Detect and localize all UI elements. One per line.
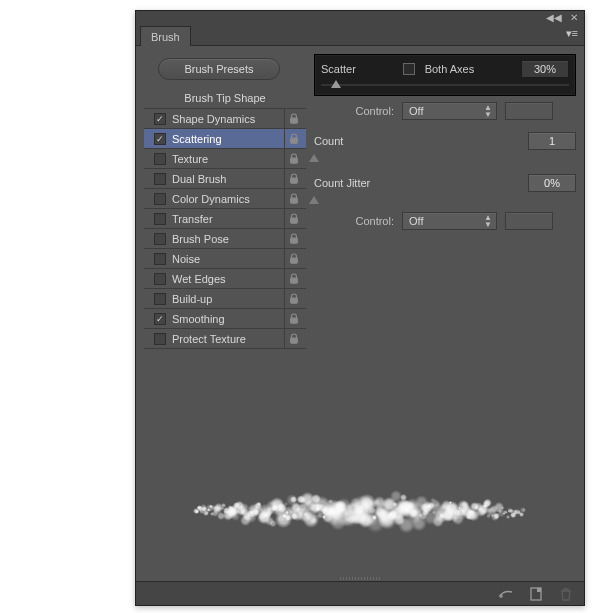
tab-brush[interactable]: Brush xyxy=(140,26,191,46)
select-arrows-icon: ▲▼ xyxy=(484,214,492,228)
count-jitter-value-input[interactable]: 0% xyxy=(528,174,576,192)
option-row-scattering[interactable]: Scattering xyxy=(144,129,306,149)
lock-icon[interactable] xyxy=(284,189,302,209)
brush-tip-shape-header[interactable]: Brush Tip Shape xyxy=(144,88,306,108)
option-row-build-up[interactable]: Build-up xyxy=(144,289,306,309)
both-axes-checkbox[interactable] xyxy=(403,63,415,75)
option-checkbox[interactable] xyxy=(154,293,166,305)
lock-icon[interactable] xyxy=(284,269,302,289)
lock-icon[interactable] xyxy=(284,109,302,129)
option-checkbox[interactable] xyxy=(154,233,166,245)
toggle-preview-icon[interactable] xyxy=(498,586,514,602)
brush-panel: ◀◀ ✕ Brush ▾≡ Brush Presets Brush Tip Sh… xyxy=(135,10,585,606)
lock-icon[interactable] xyxy=(284,309,302,329)
control-label: Control: xyxy=(314,215,394,227)
count-slider-thumb[interactable] xyxy=(309,154,319,162)
svg-rect-14 xyxy=(537,588,541,592)
lock-icon[interactable] xyxy=(284,149,302,169)
panel-menu-icon[interactable]: ▾≡ xyxy=(566,27,578,40)
collapse-icon[interactable]: ◀◀ xyxy=(546,13,562,23)
scatter-group: Scatter Both Axes 30% xyxy=(314,54,576,96)
count-jitter-control-value xyxy=(505,212,553,230)
option-label: Noise xyxy=(172,253,200,265)
select-arrows-icon: ▲▼ xyxy=(484,104,492,118)
option-row-protect-texture[interactable]: Protect Texture xyxy=(144,329,306,349)
scatter-control-value xyxy=(505,102,553,120)
new-brush-icon[interactable] xyxy=(528,586,544,602)
svg-point-12 xyxy=(500,594,502,596)
option-label: Smoothing xyxy=(172,313,225,325)
count-label: Count xyxy=(314,135,343,147)
option-checkbox[interactable] xyxy=(154,313,166,325)
lock-icon[interactable] xyxy=(284,169,302,189)
option-row-shape-dynamics[interactable]: Shape Dynamics xyxy=(144,109,306,129)
option-row-color-dynamics[interactable]: Color Dynamics xyxy=(144,189,306,209)
svg-rect-8 xyxy=(290,278,297,283)
svg-rect-11 xyxy=(290,338,297,343)
panel-footer xyxy=(136,581,584,605)
scatter-control-select[interactable]: Off ▲▼ xyxy=(402,102,497,120)
count-jitter-slider-thumb[interactable] xyxy=(309,196,319,204)
svg-rect-7 xyxy=(290,258,297,263)
option-checkbox[interactable] xyxy=(154,273,166,285)
option-label: Wet Edges xyxy=(172,273,226,285)
delete-brush-icon xyxy=(558,586,574,602)
lock-icon[interactable] xyxy=(284,289,302,309)
tab-strip: Brush ▾≡ xyxy=(136,24,584,46)
option-checkbox[interactable] xyxy=(154,213,166,225)
option-label: Shape Dynamics xyxy=(172,113,255,125)
count-value-input[interactable]: 1 xyxy=(528,132,576,150)
scatter-value-input[interactable]: 30% xyxy=(521,60,569,78)
brush-preview xyxy=(144,455,576,567)
count-slider[interactable] xyxy=(314,154,576,164)
option-label: Protect Texture xyxy=(172,333,246,345)
lock-icon[interactable] xyxy=(284,129,302,149)
count-jitter-control-select[interactable]: Off ▲▼ xyxy=(402,212,497,230)
option-label: Scattering xyxy=(172,133,222,145)
scatter-control-row: Control: Off ▲▼ xyxy=(314,100,576,122)
option-checkbox[interactable] xyxy=(154,253,166,265)
option-checkbox[interactable] xyxy=(154,113,166,125)
count-jitter-label: Count Jitter xyxy=(314,177,370,189)
svg-rect-0 xyxy=(290,118,297,123)
option-label: Dual Brush xyxy=(172,173,226,185)
option-row-dual-brush[interactable]: Dual Brush xyxy=(144,169,306,189)
lock-icon[interactable] xyxy=(284,229,302,249)
panel-body: Brush Presets Brush Tip Shape Shape Dyna… xyxy=(136,46,584,605)
option-label: Transfer xyxy=(172,213,213,225)
option-label: Build-up xyxy=(172,293,212,305)
option-row-transfer[interactable]: Transfer xyxy=(144,209,306,229)
svg-rect-6 xyxy=(290,238,297,243)
option-row-texture[interactable]: Texture xyxy=(144,149,306,169)
lock-icon[interactable] xyxy=(284,209,302,229)
scatter-slider[interactable] xyxy=(321,81,569,89)
option-row-brush-pose[interactable]: Brush Pose xyxy=(144,229,306,249)
count-group: Count 1 xyxy=(314,132,576,164)
count-jitter-control-row: Control: Off ▲▼ xyxy=(314,210,576,232)
brush-options-list: Shape DynamicsScatteringTextureDual Brus… xyxy=(144,108,306,349)
svg-rect-5 xyxy=(290,218,297,223)
scatter-label: Scatter xyxy=(321,63,356,75)
option-row-smoothing[interactable]: Smoothing xyxy=(144,309,306,329)
close-icon[interactable]: ✕ xyxy=(570,13,578,23)
lock-icon[interactable] xyxy=(284,249,302,269)
count-jitter-group: Count Jitter 0% xyxy=(314,174,576,206)
option-checkbox[interactable] xyxy=(154,173,166,185)
option-row-noise[interactable]: Noise xyxy=(144,249,306,269)
option-checkbox[interactable] xyxy=(154,333,166,345)
brush-presets-button[interactable]: Brush Presets xyxy=(158,58,280,80)
svg-rect-4 xyxy=(290,198,297,203)
scatter-slider-thumb[interactable] xyxy=(331,80,341,88)
lock-icon[interactable] xyxy=(284,329,302,349)
option-label: Texture xyxy=(172,153,208,165)
option-row-wet-edges[interactable]: Wet Edges xyxy=(144,269,306,289)
option-checkbox[interactable] xyxy=(154,133,166,145)
tab-label: Brush xyxy=(151,31,180,43)
option-label: Brush Pose xyxy=(172,233,229,245)
button-label: Brush Presets xyxy=(184,63,253,75)
count-jitter-slider[interactable] xyxy=(314,196,576,206)
both-axes-label: Both Axes xyxy=(425,63,475,75)
option-checkbox[interactable] xyxy=(154,153,166,165)
control-label: Control: xyxy=(314,105,394,117)
option-checkbox[interactable] xyxy=(154,193,166,205)
